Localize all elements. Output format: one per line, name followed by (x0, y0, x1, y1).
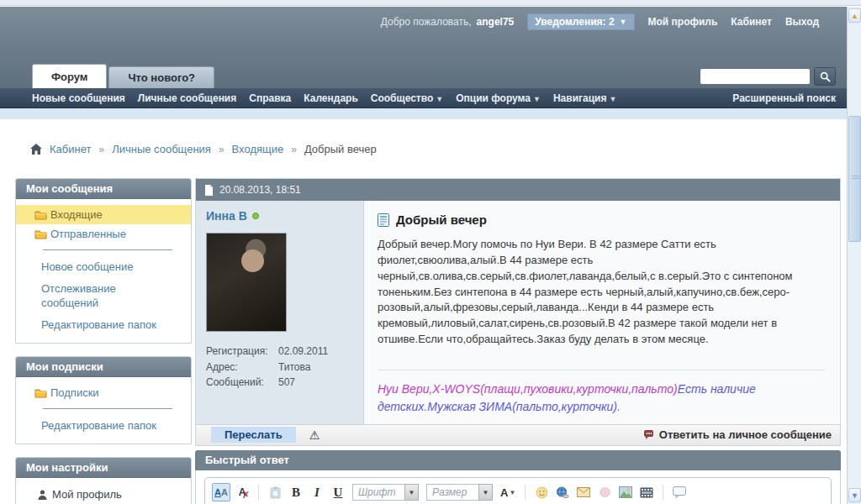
nav-forum-options-dropdown[interactable]: Опции форума▼ (456, 92, 541, 104)
editor-toolbar: AA A✗ B I U Шрифт ▼ Размер ▼ (212, 483, 824, 501)
profile-link[interactable]: Мой профиль (648, 16, 718, 28)
sidebar-item-inbox[interactable]: Входящие (16, 205, 191, 224)
nav-new-messages[interactable]: Новые сообщения (32, 92, 125, 104)
navigation-bar: Новые сообщения Личные сообщения Справка… (0, 88, 861, 108)
breadcrumb-inbox[interactable]: Входящие (232, 143, 284, 155)
nav-help[interactable]: Справка (249, 92, 291, 104)
sidebar-item-inbox-label: Входящие (50, 208, 103, 221)
sidebar-block-title: Мои настройки (16, 458, 191, 478)
breadcrumb-separator: » (291, 144, 297, 155)
chevron-down-icon: ▼ (533, 95, 541, 103)
registered-value: 02.09.2011 (278, 344, 328, 360)
breadcrumb-cabinet[interactable]: Кабинет (50, 143, 91, 155)
message-action-bar: Переслать ⚠ Ответить на личное сообщение (196, 424, 840, 445)
nav-community-dropdown[interactable]: Сообщество▼ (371, 92, 443, 104)
sidebar-item-subscriptions[interactable]: Подписки (16, 383, 191, 402)
chevron-down-icon: ▼ (436, 95, 443, 103)
message-row: Инна В Регистрация:02.09.2011 Адрес:Тито… (196, 201, 840, 424)
author-name-row: Инна В (206, 209, 353, 223)
sidebar-link-edit-folders[interactable]: Редактирование папок (16, 314, 191, 336)
smiley-icon[interactable] (532, 483, 551, 501)
scroll-down-icon[interactable]: ▼ (848, 488, 861, 502)
author-info: Регистрация:02.09.2011 Адрес:Титова Сооб… (206, 344, 353, 391)
nav-community-label: Сообщество (371, 92, 433, 104)
signature: Нуи Вери,X-WOYS(плащи,пуховики,курточки,… (378, 370, 825, 416)
sidebar-item-my-profile[interactable]: Мой профиль (16, 484, 191, 504)
nav-private-messages[interactable]: Личные сообщения (138, 92, 236, 104)
forum-private-message-page: Добро пожаловать, angel75 Уведомления: 2… (0, 0, 861, 504)
sidebar-item-sent[interactable]: Отправленные (16, 224, 191, 244)
message-title-row: Добрый вечер (378, 213, 825, 227)
size-select[interactable]: Размер ▼ (426, 484, 493, 501)
unlink-icon[interactable] (595, 483, 614, 501)
message-date: 20.08.2013, 18:51 (219, 184, 301, 196)
toggle-editor-mode-button[interactable]: AA (212, 483, 230, 501)
sidebar-link-new-message[interactable]: Новое сообщение (16, 256, 191, 278)
italic-button[interactable]: I (308, 483, 326, 501)
remove-format-button[interactable]: A✗ (233, 483, 251, 501)
forward-button[interactable]: Переслать (211, 427, 296, 443)
main-tabs: Форум Что нового? (32, 64, 216, 88)
advanced-search-link[interactable]: Расширенный поиск (732, 92, 836, 104)
chevron-down-icon: ▼ (620, 18, 627, 26)
address-value: Титова (278, 360, 310, 375)
scrollbar-grip (852, 176, 859, 181)
report-warning-icon[interactable]: ⚠ (309, 428, 320, 442)
sidebar: Мои сообщения Входящие Отправленные Ново… (15, 178, 192, 504)
tab-forum[interactable]: Форум (32, 64, 107, 88)
bold-button[interactable]: B (287, 483, 305, 501)
online-status-icon (252, 213, 259, 219)
insert-image-icon[interactable] (616, 483, 635, 501)
sidebar-item-sent-label: Отправленные (50, 228, 126, 240)
breadcrumb-private-messages[interactable]: Личные сообщения (112, 143, 211, 155)
nav-navigation-label: Навигация (553, 92, 607, 104)
underline-button[interactable]: U (329, 483, 347, 501)
scroll-up-icon[interactable]: ▲ (848, 8, 861, 23)
tab-whats-new[interactable]: Что нового? (108, 66, 214, 88)
search-icon (820, 71, 831, 82)
search-button[interactable] (814, 67, 836, 86)
message-body: Добрый вечер.Могу помочь по Нуи Вери. В … (378, 237, 825, 348)
reply-link[interactable]: Ответить на личное сообщение (642, 428, 832, 441)
sidebar-block-title: Мои подписки (16, 357, 191, 377)
message-content-column: Добрый вечер Добрый вечер.Могу помочь по… (364, 201, 840, 424)
chevron-down-icon: ▼ (404, 484, 419, 501)
home-icon[interactable] (30, 144, 42, 155)
posts-label: Сообщений: (206, 375, 278, 391)
sidebar-item-subscriptions-label: Подписки (50, 386, 99, 399)
nav-navigation-dropdown[interactable]: Навигация▼ (553, 92, 616, 104)
font-select-label: Шрифт (352, 484, 404, 501)
insert-video-icon[interactable] (637, 483, 656, 501)
sidebar-block-my-subscriptions: Мои подписки Подписки Редактирование пап… (15, 356, 192, 444)
sidebar-block-my-settings: Мои настройки Мой профиль Редактировать … (15, 457, 192, 504)
chevron-down-icon: ▼ (478, 484, 493, 501)
reply-editor[interactable]: AA A✗ B I U Шрифт ▼ Размер ▼ (204, 477, 832, 504)
quick-reply-body: AA A✗ B I U Шрифт ▼ Размер ▼ (195, 470, 841, 504)
avatar[interactable] (206, 233, 287, 332)
insert-link-icon[interactable] (553, 483, 572, 501)
browser-top-strip (0, 0, 861, 6)
private-message-card: 20.08.2013, 18:51 Инна В Регистрация:02.… (195, 178, 841, 446)
scrollbar-thumb[interactable] (848, 116, 861, 242)
font-color-button[interactable]: A▼ (498, 483, 518, 501)
quote-icon[interactable] (670, 483, 689, 501)
cabinet-link[interactable]: Кабинет (731, 16, 772, 28)
paste-icon[interactable] (266, 483, 284, 501)
toolbar-separator (258, 485, 259, 500)
notifications-button[interactable]: Уведомления: 2 ▼ (527, 13, 634, 30)
toolbar-separator (663, 485, 663, 500)
registered-label: Регистрация: (206, 344, 278, 360)
insert-email-icon[interactable] (574, 483, 593, 501)
welcome-text: Добро пожаловать, (381, 16, 472, 28)
sidebar-link-message-tracking[interactable]: Отслеживание сообщений (16, 278, 142, 314)
nav-calendar[interactable]: Календарь (304, 92, 358, 104)
search-input[interactable] (700, 68, 811, 85)
folder-icon (34, 229, 47, 239)
author-name-link[interactable]: Инна В (206, 209, 247, 223)
address-label: Адрес: (206, 360, 278, 375)
site-header: Добро пожаловать, angel75 Уведомления: 2… (0, 7, 861, 88)
sidebar-link-edit-folders[interactable]: Редактирование папок (16, 415, 191, 437)
vertical-scrollbar[interactable]: ▲ ▼ (847, 7, 861, 504)
font-select[interactable]: Шрифт ▼ (352, 484, 419, 501)
logout-link[interactable]: Выход (785, 16, 819, 28)
